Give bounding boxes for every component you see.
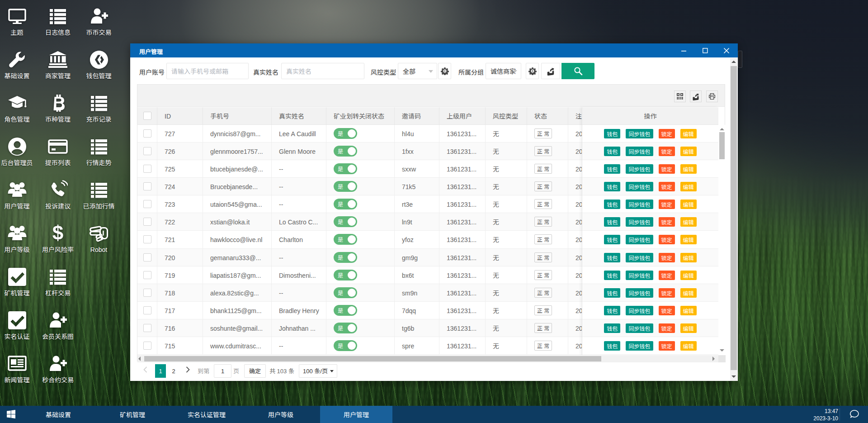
svg-text:$: $ [52, 223, 63, 243]
